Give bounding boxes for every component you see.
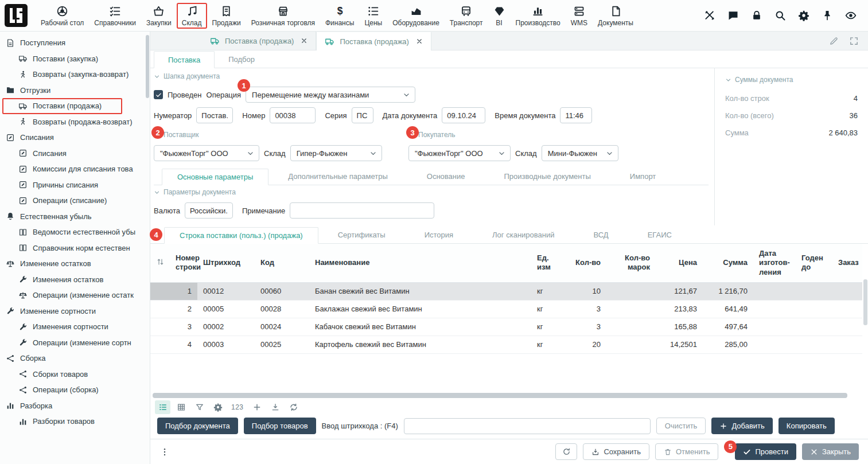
operation-select[interactable]: Перемещение между магазинами: [246, 87, 415, 103]
top-menu-item[interactable]: Производство: [511, 3, 566, 29]
top-menu-item[interactable]: Справочники: [89, 3, 141, 29]
edit-icon[interactable]: [829, 36, 839, 46]
buyer-section-header[interactable]: 3 Покупатель: [408, 128, 654, 141]
sidebar-item[interactable]: Поставки (закупка): [0, 51, 150, 67]
param-tab[interactable]: Основание: [407, 168, 485, 185]
top-menu-item[interactable]: Оборудование: [387, 3, 445, 29]
line-tab[interactable]: История: [405, 227, 473, 243]
reload-lines-button[interactable]: [286, 400, 302, 414]
sort-icon[interactable]: [156, 258, 165, 266]
refresh-button[interactable]: [555, 443, 577, 460]
currency-input[interactable]: [185, 202, 233, 219]
table-settings-button[interactable]: [210, 400, 225, 414]
sidebar-item[interactable]: Списания: [0, 130, 150, 146]
note-input[interactable]: [290, 202, 434, 219]
top-menu-item[interactable]: Цены: [359, 3, 387, 29]
main-tab[interactable]: Поставка: [154, 51, 215, 68]
table-header-cell[interactable]: Штрихкод: [197, 244, 255, 282]
add-line-button[interactable]: [250, 400, 265, 414]
sort-header-cell[interactable]: [150, 244, 170, 282]
top-menu-item[interactable]: Склад: [177, 3, 207, 29]
top-menu-item[interactable]: WMS: [566, 3, 593, 29]
main-tab[interactable]: Подбор: [215, 50, 268, 68]
table-row[interactable]: 1 00012 00060 Банан свежий вес Витамин к…: [150, 282, 862, 300]
top-menu-item[interactable]: BI: [488, 3, 511, 29]
pin-icon[interactable]: [822, 10, 833, 21]
sidebar-item[interactable]: Ведомости естественной убы: [0, 224, 150, 240]
top-menu-item[interactable]: Рабочий стол: [36, 3, 89, 29]
table-vertical-scrollbar[interactable]: [863, 279, 867, 388]
grid-view-button[interactable]: [173, 400, 189, 414]
table-header-cell[interactable]: Номер строки: [170, 244, 197, 282]
top-menu-item[interactable]: $ Финансы: [320, 3, 359, 29]
sidebar-item[interactable]: Сборки товаров: [0, 366, 150, 383]
sidebar-item[interactable]: Разборки товаров: [0, 414, 150, 430]
more-options-icon[interactable]: [159, 447, 170, 457]
table-header-cell[interactable]: Цена: [656, 244, 703, 282]
post-button[interactable]: Провести: [735, 443, 796, 460]
supplier-select[interactable]: "ФьюженТорг" ООО: [154, 145, 259, 161]
tab-close-icon[interactable]: [416, 38, 423, 45]
pick-document-button[interactable]: Подбор документа: [157, 418, 238, 434]
sidebar-item[interactable]: Изменения сортности: [0, 319, 150, 335]
line-tab[interactable]: ВСД: [574, 227, 628, 243]
table-header-cell[interactable]: Заказ: [832, 244, 862, 282]
top-menu-item[interactable]: Розничная торговля: [246, 3, 320, 29]
params-section-header[interactable]: Параметры документа: [154, 185, 709, 198]
table-header-cell[interactable]: Наименование: [309, 244, 531, 282]
buyer-select[interactable]: "ФьюженТорг" ООО: [408, 145, 511, 161]
save-button[interactable]: Сохранить: [583, 443, 649, 460]
sidebar-item[interactable]: Возвраты (закупка-возврат): [0, 67, 150, 83]
table-row[interactable]: 4 00003 00025 Картофель свежий вес Витам…: [150, 336, 862, 353]
sidebar-item[interactable]: Отгрузки: [0, 83, 150, 99]
sidebar-scrollbar[interactable]: [146, 35, 149, 98]
sidebar-item[interactable]: Комиссии для списания това: [0, 161, 150, 177]
numbers-toggle[interactable]: 123: [228, 403, 247, 411]
tools-icon[interactable]: [704, 10, 715, 21]
param-tab[interactable]: Импорт: [610, 168, 675, 185]
table-row[interactable]: 3 00002 00024 Кабачок свежий вес Витамин…: [150, 318, 862, 336]
tab-close-icon[interactable]: [301, 37, 308, 44]
sidebar-item[interactable]: Операции (изменение остатк: [0, 287, 150, 303]
close-button[interactable]: Закрыть: [802, 443, 859, 460]
sidebar-item[interactable]: Списания: [0, 146, 150, 162]
copy-button[interactable]: Копировать: [779, 418, 835, 434]
line-tab[interactable]: Строка поставки (польз.) (продажа): [164, 227, 318, 244]
table-header-cell[interactable]: Дата изготов- ления: [753, 244, 796, 282]
eye-icon[interactable]: [845, 10, 857, 21]
export-button[interactable]: [268, 400, 283, 414]
buyer-warehouse-select[interactable]: Мини-Фьюжен: [542, 145, 618, 161]
totals-section-header[interactable]: Суммы документа: [725, 73, 858, 85]
lock-icon[interactable]: [751, 10, 762, 21]
param-tab[interactable]: Основные параметры: [162, 169, 268, 185]
supplier-section-header[interactable]: 2 Поставщик: [154, 128, 399, 141]
list-view-button[interactable]: [155, 400, 170, 414]
add-button[interactable]: Добавить: [711, 418, 772, 434]
number-input[interactable]: [270, 107, 316, 123]
sidebar-item[interactable]: Изменение сортности: [0, 303, 150, 319]
cancel-button[interactable]: Отменить: [655, 443, 718, 460]
table-header-cell[interactable]: Кол-во: [563, 244, 606, 282]
sidebar-item[interactable]: Операции (сборка): [0, 382, 150, 398]
sidebar-item[interactable]: Причины списания: [0, 177, 150, 193]
sidebar-item[interactable]: Изменения остатков: [0, 272, 150, 288]
table-horizontal-scrollbar[interactable]: [151, 393, 863, 398]
sidebar-item[interactable]: Изменение остатков: [0, 256, 150, 272]
document-tab[interactable]: Поставка (продажа): [316, 32, 431, 50]
param-tab[interactable]: Дополнительные параметры: [268, 168, 407, 185]
barcode-input[interactable]: [404, 418, 651, 434]
sidebar-item[interactable]: Естественная убыль: [0, 209, 150, 225]
expand-icon[interactable]: [849, 36, 859, 46]
table-header-cell[interactable]: Ед. изм: [531, 244, 563, 282]
chat-icon[interactable]: [727, 10, 739, 21]
search-icon[interactable]: [774, 10, 786, 21]
sidebar-item[interactable]: Операции (списание): [0, 193, 150, 209]
top-menu-item[interactable]: Документы: [593, 3, 639, 29]
line-tab[interactable]: Лог сканирований: [473, 227, 574, 243]
table-header-cell[interactable]: Годен до: [796, 244, 832, 282]
series-input[interactable]: [352, 107, 373, 123]
pick-goods-button[interactable]: Подбор товаров: [244, 418, 316, 434]
doc-date-input[interactable]: [442, 107, 485, 123]
top-menu-item[interactable]: Продажи: [207, 3, 246, 29]
top-menu-item[interactable]: Закупки: [141, 3, 177, 29]
